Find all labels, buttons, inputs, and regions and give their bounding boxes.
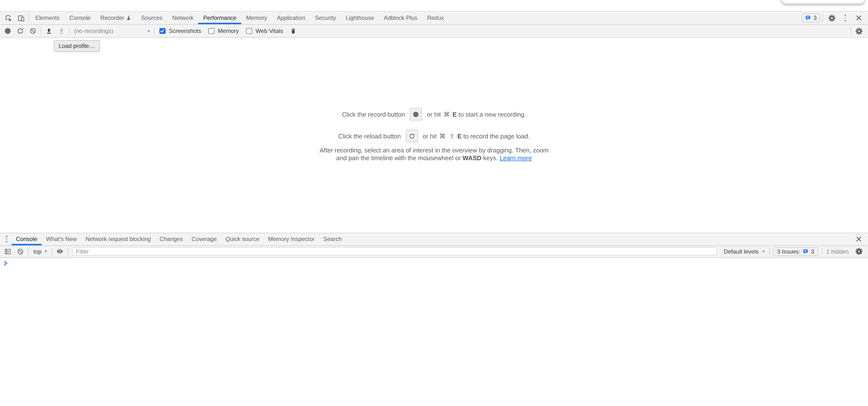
devtools-main-tabbar: Elements Console Recorder Sources Networ… (0, 11, 868, 25)
create-live-expression-button[interactable] (54, 245, 66, 257)
settings-button[interactable] (826, 12, 838, 24)
tab-redux[interactable]: Redux (422, 11, 448, 24)
device-toolbar-button[interactable] (14, 12, 27, 24)
tab-performance[interactable]: Performance (198, 11, 241, 24)
close-icon (856, 15, 862, 21)
learn-more-link[interactable]: Learn more (500, 155, 532, 162)
tab-security[interactable]: Security (310, 11, 341, 24)
performance-empty-state: Click the record button or hit ⌘ E to st… (318, 108, 550, 162)
reload-and-record-button[interactable] (14, 25, 27, 37)
separator (68, 248, 68, 255)
separator (823, 14, 823, 22)
separator (41, 27, 41, 35)
tab-application[interactable]: Application (272, 11, 310, 24)
tab-console[interactable]: Console (64, 11, 95, 24)
console-sidebar-icon (4, 248, 11, 255)
tab-memory[interactable]: Memory (241, 11, 272, 24)
record-button[interactable] (1, 25, 14, 37)
more-options-button[interactable] (839, 12, 851, 24)
show-console-sidebar-button[interactable] (1, 245, 14, 257)
drawer-tabbar: Console What's New Network request block… (0, 233, 868, 245)
reload-instruction-row: Click the reload button or hit ⌘ ⇧ E to … (338, 130, 530, 142)
usage-hint-paragraph: After recording, select an area of inter… (318, 147, 550, 162)
web-vitals-checkbox-group[interactable]: Web Vitals (246, 28, 283, 34)
close-drawer-button[interactable] (852, 233, 865, 245)
drawer-tab-quick-source[interactable]: Quick source (221, 233, 264, 245)
clear-icon (30, 28, 36, 34)
hidden-messages-count: 1 hidden (826, 248, 848, 255)
record-icon (413, 112, 418, 117)
garbage-collect-button[interactable] (287, 25, 300, 37)
issues-counter-button[interactable]: 3 Issues: 3 (773, 247, 818, 256)
clear-recordings-button[interactable] (27, 25, 39, 37)
eye-icon (56, 248, 63, 255)
device-toolbar-icon (17, 14, 25, 22)
issues-count: 3 (813, 14, 817, 21)
issues-counter-button[interactable]: 3 (802, 13, 820, 22)
close-devtools-button[interactable] (852, 12, 865, 24)
save-profile-button[interactable] (55, 25, 68, 37)
drawer-tab-memory-inspector[interactable]: Memory Inspector (264, 233, 319, 245)
trash-icon (290, 28, 297, 34)
gear-icon (855, 27, 862, 35)
screenshots-checkbox-group[interactable]: Screenshots (159, 28, 201, 34)
issues-speech-bubble-icon (805, 15, 811, 21)
inspect-element-button[interactable] (2, 12, 14, 24)
performance-panel: Load profile… Click the record button or… (0, 38, 868, 233)
drawer-more-tools-button[interactable] (2, 233, 11, 245)
tab-recorder[interactable]: Recorder (95, 11, 136, 24)
upload-icon (45, 28, 52, 34)
recorder-flask-icon (126, 15, 131, 21)
console-settings-button[interactable] (852, 245, 865, 257)
tab-network[interactable]: Network (167, 11, 198, 24)
drawer-tab-network-request-blocking[interactable]: Network request blocking (81, 233, 155, 245)
tab-lighthouse[interactable]: Lighthouse (341, 11, 379, 24)
load-profile-button[interactable] (42, 25, 55, 37)
screenshots-checkbox[interactable] (159, 28, 165, 34)
console-filter-input[interactable] (72, 247, 717, 256)
drawer-tab-console[interactable]: Console (11, 233, 42, 245)
separator (52, 248, 52, 255)
separator (850, 27, 851, 35)
memory-checkbox-group[interactable]: Memory (208, 28, 239, 34)
tab-elements[interactable]: Elements (31, 11, 64, 24)
close-icon (856, 236, 862, 242)
drawer-tab-changes[interactable]: Changes (155, 233, 187, 245)
javascript-context-dropdown[interactable]: top ▾ (30, 248, 50, 255)
performance-toolbar: (no recordings) ▾ Screenshots Memory Web… (0, 25, 868, 38)
separator (69, 27, 70, 35)
console-toolbar: top ▾ Default levels ▾ 3 Issues: 3 (0, 245, 868, 258)
separator (822, 248, 822, 255)
load-profile-tooltip: Load profile… (54, 40, 99, 52)
cmd-key-symbol: ⌘ (443, 111, 450, 118)
recordings-dropdown[interactable]: (no recordings) ▾ (71, 25, 153, 37)
kebab-menu-icon (6, 236, 7, 242)
record-instruction-row: Click the record button or hit ⌘ E to st… (342, 108, 526, 121)
chevron-down-icon: ▾ (45, 249, 47, 253)
tab-sources[interactable]: Sources (136, 11, 167, 24)
web-vitals-checkbox[interactable] (246, 28, 252, 34)
devtools-window: Elements Console Recorder Sources Networ… (0, 0, 868, 406)
drawer-tab-whats-new[interactable]: What's New (42, 233, 81, 245)
reload-icon (409, 133, 415, 139)
drawer-tab-coverage[interactable]: Coverage (187, 233, 221, 245)
issues-count: 3 (811, 248, 814, 255)
drawer-tab-search[interactable]: Search (319, 233, 346, 245)
separator (769, 248, 770, 255)
console-messages-area[interactable] (0, 258, 868, 406)
console-prompt[interactable] (0, 258, 868, 265)
download-icon (58, 28, 65, 34)
memory-checkbox[interactable] (208, 28, 214, 34)
clear-icon (17, 248, 24, 255)
e-key-symbol: E (457, 133, 461, 140)
check-icon (160, 29, 165, 33)
browser-popup-remnant (781, 0, 865, 4)
separator (154, 27, 155, 35)
separator (28, 248, 29, 255)
capture-settings-button[interactable] (852, 25, 865, 37)
record-icon (5, 28, 11, 34)
gear-icon (828, 14, 835, 22)
log-levels-dropdown[interactable]: Default levels ▾ (720, 248, 768, 255)
clear-console-button[interactable] (14, 245, 27, 257)
tab-adblock-plus[interactable]: Adblock Plus (379, 11, 423, 24)
